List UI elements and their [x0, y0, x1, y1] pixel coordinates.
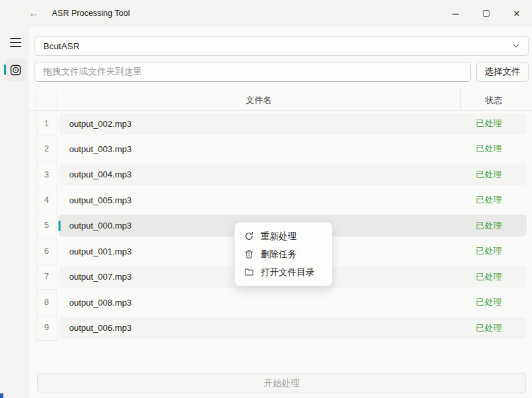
table-row[interactable]: 9output_006.mp3已处理: [29, 316, 532, 341]
start-processing-button[interactable]: 开始处理: [37, 373, 526, 393]
engine-select[interactable]: BcutASR: [35, 36, 529, 56]
row-surface[interactable]: output_005.mp3已处理: [59, 189, 527, 211]
filename-cell: output_006.mp3: [69, 317, 132, 339]
row-surface[interactable]: output_004.mp3已处理: [59, 163, 527, 185]
row-index: 8: [36, 290, 57, 315]
table-row[interactable]: 2output_003.mp3已处理: [29, 136, 532, 161]
row-surface[interactable]: output_008.mp3已处理: [59, 292, 527, 314]
filename-cell: output_007.mp3: [69, 266, 132, 288]
status-cell: 已处理: [456, 241, 522, 262]
row-index: 3: [36, 162, 57, 187]
table-header: 文件名 状态: [29, 89, 532, 111]
row-surface[interactable]: output_006.mp3已处理: [59, 317, 527, 339]
row-surface[interactable]: output_002.mp3已处理: [59, 113, 527, 135]
filename-cell: output_004.mp3: [69, 163, 132, 185]
close-icon: ✕: [513, 9, 521, 19]
selection-indicator: [59, 221, 61, 231]
row-index: 9: [36, 316, 57, 341]
engine-select-value: BcutASR: [43, 41, 512, 51]
file-drop-placeholder: 拖拽文件或文件夹到这里: [43, 66, 142, 78]
record-disc-icon: [9, 64, 22, 76]
context-menu-label: 打开文件目录: [261, 266, 315, 278]
titlebar: ← ASR Processing Tool ─ ✕: [0, 0, 532, 27]
context-menu-item[interactable]: 删除任务: [237, 245, 329, 263]
filename-column-header: 文件名: [57, 89, 461, 111]
status-cell: 已处理: [456, 266, 522, 288]
filename-cell: output_008.mp3: [69, 292, 132, 314]
window-controls: ─ ✕: [440, 0, 532, 27]
context-menu-label: 重新处理: [261, 231, 297, 243]
sidebar: [0, 27, 29, 398]
maximize-button[interactable]: [471, 0, 501, 27]
row-index: 6: [36, 239, 57, 264]
table-row[interactable]: 1output_002.mp3已处理: [29, 111, 532, 136]
row-index: 7: [36, 264, 57, 290]
table-row[interactable]: 3output_004.mp3已处理: [29, 162, 532, 187]
filename-cell: output_001.mp3: [69, 241, 132, 262]
context-menu-item[interactable]: 打开文件目录: [237, 263, 329, 281]
row-index: 5: [36, 213, 57, 239]
select-file-button[interactable]: 选择文件: [476, 62, 529, 82]
close-button[interactable]: ✕: [501, 0, 532, 27]
status-cell: 已处理: [456, 138, 522, 160]
row-index: 4: [36, 187, 57, 213]
row-surface[interactable]: output_003.mp3已处理: [59, 138, 527, 160]
status-cell: 已处理: [456, 113, 522, 135]
minimize-button[interactable]: ─: [440, 0, 471, 27]
menu-toggle-button[interactable]: [5, 33, 25, 52]
context-menu-item[interactable]: 重新处理: [237, 227, 329, 245]
table-row[interactable]: 8output_008.mp3已处理: [29, 290, 532, 315]
chevron-down-icon: [512, 42, 520, 50]
status-cell: 已处理: [456, 189, 522, 211]
status-cell: 已处理: [456, 163, 522, 185]
filename-cell: output_003.mp3: [69, 138, 132, 160]
selection-accent: [4, 64, 6, 75]
refresh-icon: [244, 231, 254, 241]
back-button[interactable]: ←: [24, 3, 44, 23]
hamburger-icon: [10, 38, 21, 39]
status-cell: 已处理: [456, 292, 522, 314]
sidebar-item-asr[interactable]: [5, 58, 27, 81]
maximize-icon: [483, 10, 489, 17]
table-row[interactable]: 4output_005.mp3已处理: [29, 187, 532, 213]
taskbar-sliver: [0, 393, 3, 398]
trash-icon: [244, 249, 254, 259]
status-cell: 已处理: [456, 215, 522, 237]
window-title: ASR Processing Tool: [52, 9, 130, 18]
filename-cell: output_002.mp3: [69, 113, 132, 135]
filename-cell: output_000.mp3: [69, 215, 132, 237]
context-menu: 重新处理删除任务打开文件目录: [234, 222, 332, 286]
status-cell: 已处理: [456, 317, 522, 339]
filename-cell: output_005.mp3: [69, 189, 132, 211]
index-column-header: [36, 89, 57, 111]
main-content: BcutASR 拖拽文件或文件夹到这里 选择文件 文件名 状态 1output_…: [29, 27, 532, 398]
row-index: 1: [36, 111, 57, 136]
file-drop-input[interactable]: 拖拽文件或文件夹到这里: [35, 62, 471, 82]
folder-icon: [244, 267, 254, 277]
row-index: 2: [36, 136, 57, 161]
context-menu-label: 删除任务: [261, 249, 297, 260]
status-column-header: 状态: [461, 89, 527, 111]
minimize-icon: ─: [452, 9, 458, 19]
back-icon: ←: [29, 7, 39, 19]
